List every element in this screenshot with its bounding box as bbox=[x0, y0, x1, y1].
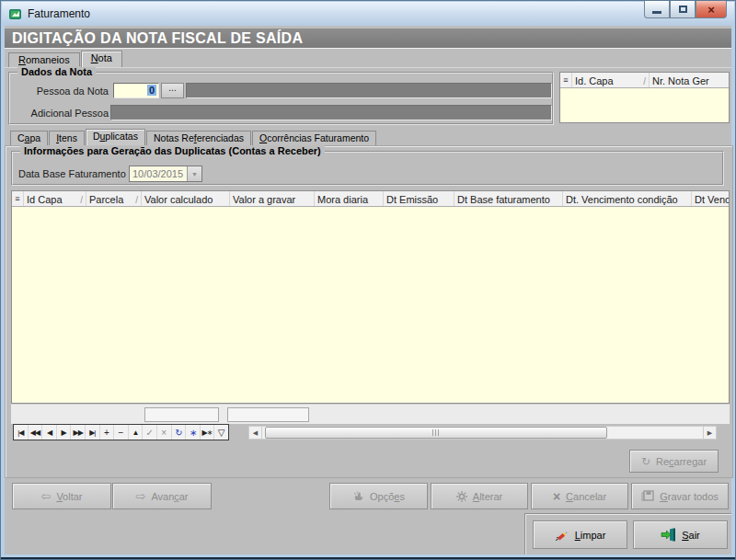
app-window: Faturamento × DIGITAÇÃO DA NOTA FISCAL D… bbox=[0, 0, 736, 560]
nav-insert-button[interactable]: + bbox=[100, 425, 115, 440]
notas-grid-body[interactable] bbox=[560, 88, 729, 122]
tab-ocorrencias-faturamento[interactable]: Ocorrências Faturamento bbox=[252, 131, 376, 145]
adicional-pessoa-label: Adicional Pessoa bbox=[10, 108, 109, 119]
scrollbar-thumb[interactable] bbox=[265, 427, 607, 439]
nav-first-button[interactable]: |◀ bbox=[14, 425, 29, 440]
bookmark-star-icon: ∗ bbox=[190, 428, 196, 438]
refresh-icon: ↻ bbox=[175, 428, 181, 438]
limpar-button[interactable]: Limpar bbox=[533, 520, 627, 549]
duplicatas-grid-header: ≡ Id Capa/ Parcela/ Valor calculado Valo… bbox=[12, 191, 729, 207]
dropdown-button[interactable]: ▼ bbox=[187, 166, 201, 181]
col-dt-venc[interactable]: Dt Venc bbox=[692, 191, 729, 206]
filter-funnel-icon: ▽ bbox=[218, 428, 225, 438]
avancar-button[interactable]: ⇨ Avançar bbox=[112, 483, 212, 509]
dados-da-nota-group: Dados da Nota Pessoa da Nota 0 ... Adici… bbox=[8, 72, 554, 125]
col-nr-nota[interactable]: Nr. Nota Ger bbox=[650, 73, 729, 87]
post-check-icon: ✓ bbox=[145, 428, 153, 438]
opcoes-button[interactable]: Opções bbox=[329, 483, 428, 509]
alterar-button[interactable]: Alterar bbox=[431, 483, 528, 509]
delete-icon: − bbox=[119, 428, 124, 438]
col-valor-a-gravar[interactable]: Valor a gravar bbox=[230, 191, 315, 206]
pencil-eraser-icon bbox=[555, 529, 569, 542]
close-button[interactable]: × bbox=[696, 1, 727, 18]
pessoa-browse-button[interactable]: ... bbox=[161, 83, 184, 98]
voltar-button[interactable]: ⇦ Voltar bbox=[12, 483, 111, 509]
scroll-right-icon: ▶ bbox=[707, 429, 712, 437]
col-dt-vencimento-condicao[interactable]: Dt. Vencimento condição bbox=[563, 191, 692, 206]
scrollbar-track[interactable] bbox=[262, 426, 703, 440]
page-title: DIGITAÇÃO DA NOTA FISCAL DE SAÍDA bbox=[5, 29, 731, 49]
first-record-icon: |◀ bbox=[17, 429, 23, 437]
notas-grid-header: ≡ Id. Capa/ Nr. Nota Ger bbox=[560, 73, 729, 88]
window-title: Faturamento bbox=[28, 7, 90, 20]
data-base-value: 10/03/2015 bbox=[130, 166, 187, 181]
options-hand-icon bbox=[352, 490, 364, 502]
tab-capa[interactable]: Capa bbox=[10, 131, 48, 145]
tab-itens[interactable]: Itens bbox=[49, 131, 85, 145]
prior-page-icon: ◀◀ bbox=[30, 429, 40, 437]
nav-prior-page-button[interactable]: ◀◀ bbox=[29, 425, 43, 440]
nav-edit-button[interactable]: ▲ bbox=[129, 425, 144, 440]
form-client-area: DIGITAÇÃO DA NOTA FISCAL DE SAÍDA Romane… bbox=[5, 26, 731, 554]
cancelar-button[interactable]: × Cancelar bbox=[531, 483, 628, 509]
col-valor-calculado[interactable]: Valor calculado bbox=[142, 191, 230, 206]
titlebar[interactable]: Faturamento bbox=[2, 2, 734, 26]
nav-filter-button[interactable]: ▽ bbox=[214, 425, 228, 440]
nav-post-button[interactable]: ✓ bbox=[143, 425, 157, 440]
next-record-icon: ▶ bbox=[62, 429, 66, 437]
edit-icon: ▲ bbox=[132, 429, 139, 437]
scroll-right-button[interactable]: ▶ bbox=[703, 426, 717, 440]
nav-refresh-button[interactable]: ↻ bbox=[172, 425, 187, 440]
tab-romaneios[interactable]: Romaneios bbox=[8, 52, 80, 67]
minimize-button[interactable] bbox=[644, 1, 670, 18]
nav-delete-button[interactable]: − bbox=[114, 425, 129, 440]
col-id-capa[interactable]: Id Capa/ bbox=[24, 191, 86, 206]
duplicatas-grid[interactable]: ≡ Id Capa/ Parcela/ Valor calculado Valo… bbox=[11, 190, 730, 404]
close-icon: × bbox=[707, 4, 715, 16]
duplicatas-grid-body[interactable] bbox=[12, 207, 729, 403]
col-dt-base-faturamento[interactable]: Dt Base faturamento bbox=[454, 191, 563, 206]
pessoa-da-nota-input[interactable]: 0 bbox=[113, 83, 159, 98]
maximize-icon bbox=[679, 6, 687, 13]
cancel-x-icon: × bbox=[161, 428, 167, 438]
pessoa-da-nota-label: Pessoa da Nota bbox=[14, 86, 109, 97]
last-record-icon: ▶| bbox=[89, 429, 95, 437]
gravar-todos-button[interactable]: Gravar todos bbox=[631, 483, 729, 509]
top-tab-bar: Romaneios Nota bbox=[8, 51, 123, 67]
maximize-button[interactable] bbox=[670, 1, 696, 18]
tab-duplicatas[interactable]: Duplicatas bbox=[86, 129, 145, 145]
notas-list-grid[interactable]: ≡ Id. Capa/ Nr. Nota Ger bbox=[559, 72, 730, 123]
nav-last-button[interactable]: ▶| bbox=[86, 425, 100, 440]
scroll-left-button[interactable]: ◀ bbox=[248, 426, 262, 440]
nav-next-page-button[interactable]: ▶▶ bbox=[71, 425, 86, 440]
footer-total-box-1[interactable] bbox=[144, 407, 219, 422]
informacoes-group: Informações para Geração das Duplicatas … bbox=[11, 151, 724, 186]
col-dt-emissao[interactable]: Dt Emissão bbox=[384, 191, 454, 206]
nav-prior-button[interactable]: ◀ bbox=[42, 425, 57, 440]
scrollbar-grip-icon bbox=[432, 429, 441, 436]
col-mora-diaria[interactable]: Mora diaria bbox=[315, 191, 384, 206]
sair-button[interactable]: Sair bbox=[633, 520, 728, 549]
tab-notas-referenciadas[interactable]: Notas Referenciadas bbox=[146, 131, 251, 145]
nav-bookmark-button[interactable]: ∗ bbox=[186, 425, 201, 440]
adicional-pessoa-field-disabled[interactable] bbox=[110, 105, 552, 120]
recarregar-button[interactable]: ↻ Recarregar bbox=[629, 450, 719, 473]
group-title: Informações para Geração das Duplicatas … bbox=[20, 145, 325, 156]
save-all-icon bbox=[641, 490, 654, 502]
nav-next-button[interactable]: ▶ bbox=[57, 425, 72, 440]
tab-nota[interactable]: Nota bbox=[81, 51, 122, 67]
group-title: Dados da Nota bbox=[17, 66, 96, 77]
pessoa-nome-field-disabled[interactable] bbox=[186, 83, 552, 98]
nav-cancel-button[interactable]: × bbox=[157, 425, 172, 440]
nav-goto-bookmark-button[interactable]: ▶∗ bbox=[201, 425, 215, 440]
grid-menu-icon[interactable]: ≡ bbox=[560, 73, 572, 87]
col-id-capa[interactable]: Id. Capa/ bbox=[572, 73, 650, 87]
grid-menu-icon[interactable]: ≡ bbox=[12, 191, 24, 206]
sort-icon: / bbox=[643, 76, 646, 86]
col-parcela[interactable]: Parcela/ bbox=[86, 191, 142, 206]
sort-icon: / bbox=[135, 195, 138, 205]
data-base-combo[interactable]: 10/03/2015 ▼ bbox=[129, 166, 202, 182]
goto-bookmark-icon: ▶∗ bbox=[202, 429, 213, 437]
footer-total-box-2[interactable] bbox=[227, 407, 309, 422]
cancel-x-icon: × bbox=[553, 490, 560, 503]
